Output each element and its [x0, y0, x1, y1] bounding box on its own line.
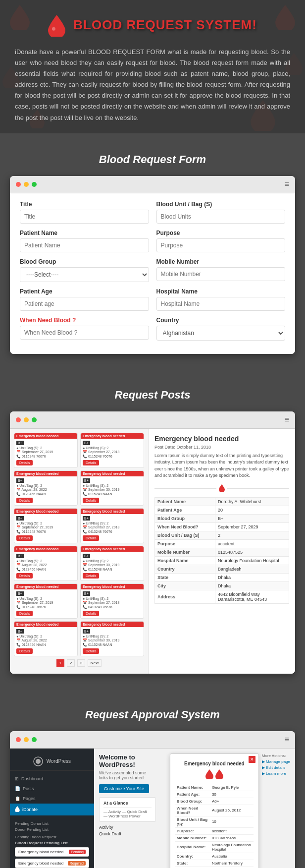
patient-age-input[interactable] [20, 297, 149, 311]
modal-hospital-label: Hospital Name: [175, 841, 210, 853]
table-row: Hospital Name: Neurology Foundation Hosp… [175, 841, 254, 853]
table-row: Patient Age: 30 [175, 791, 254, 798]
hospital-label: Hospital Name [156, 288, 286, 295]
page-btn-next[interactable]: Next [88, 659, 102, 667]
patient-name-label: Patient Name [20, 230, 149, 236]
edit-details-link[interactable]: ▶ Edit details [262, 765, 290, 770]
browser-bar: ≡ [10, 176, 295, 193]
modal-blood-group-label: Blood Group: [175, 798, 210, 805]
mobile-value: 0125487525 [215, 548, 289, 556]
purpose-input[interactable] [156, 238, 286, 252]
table-row: Blood Unit / Bag (S): 10 [175, 816, 254, 827]
wp-logo: WordPress [10, 752, 94, 771]
modal-patient-age-value: 30 [210, 791, 254, 798]
when-blood-input[interactable] [20, 326, 149, 340]
hospital-input[interactable] [156, 297, 286, 311]
browser-menu-icon: ≡ [285, 180, 289, 189]
dot-yellow-2 [24, 417, 29, 422]
post-card-id: 📞 0115248 NAAN [83, 643, 142, 647]
blood-unit-label: Blood Unit / Bag (S) [156, 201, 286, 208]
address-value: 4642 Bloomfield Way Damariscotta, ME 045… [215, 590, 289, 603]
learn-more-link[interactable]: ▶ Learn more [262, 771, 290, 776]
post-card-badge: B+ [83, 478, 90, 483]
details-button[interactable]: Details [16, 460, 33, 465]
wp-content: Welcome to WordPress! We've assembled so… [94, 749, 161, 868]
at-glance-widget: At a Glance — Activity — Quick Draft — W… [99, 797, 156, 822]
details-button[interactable]: Details [16, 573, 33, 579]
table-row: Purpose accident [155, 539, 289, 548]
modal-country-value: Australia [210, 853, 254, 860]
wp-menu-idonate[interactable]: iDonate [10, 804, 94, 815]
post-card-id: 📞 0115248 NAAN [83, 492, 142, 496]
post-detail-title: Emergency blood needed [154, 435, 289, 443]
details-button[interactable]: Details [16, 648, 33, 654]
post-card-badge: B+ [16, 478, 24, 483]
modal-patient-name-label: Patient Name: [175, 784, 210, 791]
table-row: Mobile Number: 01334876459 [175, 834, 254, 841]
mobile-input[interactable] [156, 267, 286, 281]
blood-group-value: B+ [215, 514, 289, 522]
post-card-id: 📞 0123456 NAAN [16, 643, 75, 647]
details-button[interactable]: Details [83, 498, 99, 503]
details-button[interactable]: Details [83, 535, 99, 541]
page-btn-1[interactable]: 1 [56, 659, 64, 667]
post-divider [154, 484, 289, 493]
dot-red [16, 182, 21, 187]
post-card-id: 📞 0115248 76676 [16, 530, 75, 534]
title-input[interactable] [20, 210, 149, 224]
details-button[interactable]: Details [16, 611, 33, 616]
page-btn-3[interactable]: 3 [77, 659, 85, 667]
approval-modal: ✕ Emergency blood needed Patient Name: G… [170, 753, 259, 868]
wp-menu-dashboard[interactable]: ⊞ Dashboard [10, 774, 94, 784]
details-button[interactable]: Details [83, 460, 99, 465]
details-button[interactable]: Details [16, 498, 33, 503]
blood-group-select[interactable]: ----Select---- [20, 267, 149, 282]
table-row: Country: Australia [175, 853, 254, 860]
modal-title: Emergency blood needed [175, 761, 254, 766]
dot-green [32, 182, 37, 187]
form-row-5: When Need Blood ? Country Afghanistan [20, 317, 285, 341]
post-card-date: 📅 August 28, 2022 [16, 563, 75, 567]
approval-right-panel: ✕ Emergency blood needed Patient Name: G… [161, 749, 295, 868]
post-card-line: ● Unit/Bag (S): 2 [83, 597, 142, 600]
hero-section: BLOOD REQUEST SYSTEM! iDonate have a pow… [0, 0, 305, 133]
blood-request-pending-label: Blood Request Pending List [15, 841, 89, 845]
modal-close-button[interactable]: ✕ [249, 756, 255, 763]
details-button[interactable]: Details [83, 573, 99, 579]
pages-icon: 📋 [15, 796, 20, 801]
browser-menu-icon-3: ≡ [285, 735, 289, 744]
manage-page-link[interactable]: ▶ Manage page [262, 759, 290, 764]
details-button[interactable]: Details [83, 648, 99, 654]
page-btn-2[interactable]: 2 [67, 659, 75, 667]
city-label: City [155, 581, 215, 590]
post-card-date: 📅 September 30, 2019 [83, 488, 142, 492]
post-card-line: ● Unit/Bag (S): 2 [16, 559, 75, 563]
post-card-date: 📅 August 28, 2022 [16, 638, 75, 642]
patient-name-input[interactable] [20, 238, 149, 252]
table-row: Hospital Name Neurology Foundation Hospi… [155, 556, 289, 565]
modal-hospital-value: Neurology Foundation Hospital [210, 841, 254, 853]
blood-unit-input[interactable] [156, 210, 286, 224]
quick-draft-label: Quick Draft [99, 831, 156, 836]
mobile-group: Mobile Number [156, 258, 286, 282]
post-card-line: ● Unit/Bag (S): 2 [83, 635, 142, 638]
wp-menu-pages[interactable]: 📋 Pages [10, 794, 94, 804]
blood-group-label: Blood Group [20, 258, 149, 265]
posts-browser-bar: ≡ [10, 411, 295, 429]
approval-layout: WordPress ⊞ Dashboard 📄 Posts 📋 Pages [10, 749, 295, 868]
modal-drop-icon [175, 769, 254, 781]
hospital-value: Neurology Foundation Hospital [215, 556, 289, 565]
details-button[interactable]: Details [16, 535, 33, 541]
details-button[interactable]: Details [83, 611, 99, 616]
table-row: When Need Blood? September 27, 2029 [155, 522, 289, 531]
post-card-badge: B+ [83, 441, 90, 445]
approval-section: Request Approval System ≡ WordPress ⊞ [0, 689, 305, 868]
country-select[interactable]: Afghanistan [156, 326, 286, 341]
post-card-date: 📅 September 27, 2018 [83, 450, 142, 454]
customize-site-button[interactable]: Customize Your Site [99, 784, 149, 793]
wp-menu-posts[interactable]: 📄 Posts [10, 784, 94, 794]
post-card: Emergency blood needed B+ ● Unit/Bag (S)… [14, 546, 78, 581]
hero-title: BLOOD REQUEST SYSTEM! [10, 15, 295, 37]
more-actions-panel: More Actions: ▶ Manage page ▶ Edit detai… [262, 753, 290, 868]
request-posts-window: ≡ Emergency blood needed B+ ● Unit/Bag (… [10, 411, 295, 674]
